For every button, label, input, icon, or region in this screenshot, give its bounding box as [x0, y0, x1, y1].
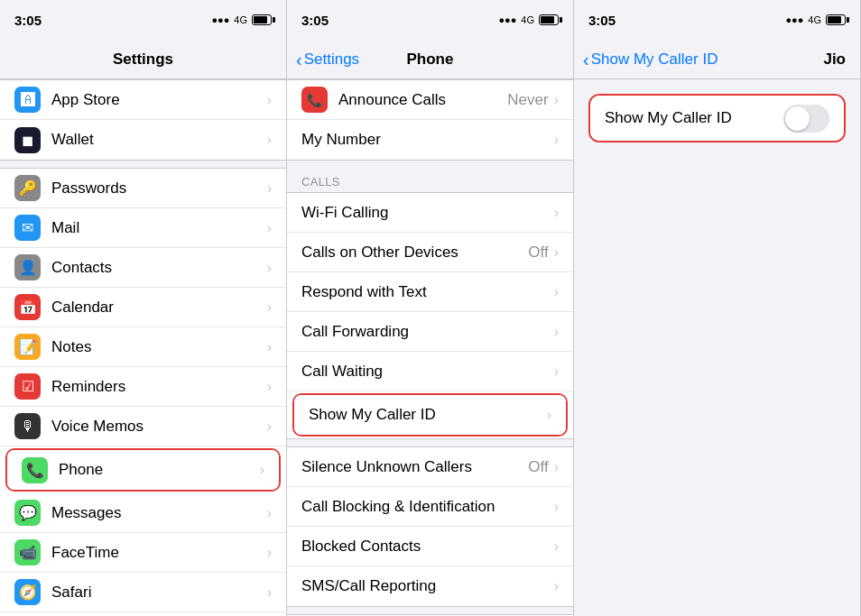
reminders-icon: ☑: [14, 373, 41, 400]
row-app-store[interactable]: 🅰 App Store ›: [0, 80, 286, 120]
row-safari[interactable]: 🧭 Safari ›: [0, 573, 286, 612]
announce-calls-chevron: ›: [554, 92, 559, 108]
back-to-phone[interactable]: ‹ Show My Caller ID: [583, 51, 718, 69]
signal-icon-3: ●●●: [785, 14, 803, 25]
back-label-3: Show My Caller ID: [591, 51, 718, 69]
battery-fill-2: [541, 16, 554, 23]
phone-scroll[interactable]: 📞 Announce Calls Never › My Number › CAL…: [287, 79, 573, 616]
back-to-settings[interactable]: ‹ Settings: [296, 51, 359, 69]
row-announce-calls[interactable]: 📞 Announce Calls Never ›: [287, 80, 573, 120]
signal-icon-2: ●●●: [498, 14, 516, 25]
messages-chevron: ›: [267, 505, 272, 521]
wallet-label: Wallet: [51, 131, 267, 149]
call-forwarding-label: Call Forwarding: [301, 323, 554, 341]
call-waiting-chevron: ›: [554, 363, 559, 380]
caller-id-scroll: Show My Caller ID: [574, 79, 860, 616]
show-caller-id-row-label: Show My Caller ID: [605, 109, 783, 127]
my-number-chevron: ›: [554, 132, 559, 148]
mail-icon: ✉: [14, 215, 41, 241]
silence-unknown-chevron: ›: [554, 459, 559, 475]
battery-icon-2: [539, 14, 559, 25]
nav-bar-caller-id: ‹ Show My Caller ID Jio: [574, 40, 860, 79]
contacts-label: Contacts: [51, 259, 267, 277]
respond-text-label: Respond with Text: [301, 283, 554, 301]
status-bar-2: 3:05 ●●● 4G: [287, 0, 573, 40]
messages-label: Messages: [51, 504, 267, 522]
row-wifi-calling[interactable]: Wi-Fi Calling ›: [287, 193, 573, 233]
row-contacts[interactable]: 👤 Contacts ›: [0, 248, 286, 288]
row-voice-memos[interactable]: 🎙 Voice Memos ›: [0, 407, 286, 446]
contacts-icon: 👤: [14, 254, 41, 280]
row-show-caller-id[interactable]: Show My Caller ID ›: [294, 395, 566, 435]
wifi-calling-label: Wi-Fi Calling: [301, 204, 554, 222]
status-icons-2: ●●● 4G: [498, 14, 559, 25]
blocked-contacts-label: Blocked Contacts: [301, 538, 554, 556]
blocked-contacts-chevron: ›: [554, 538, 559, 555]
row-facetime[interactable]: 📹 FaceTime ›: [0, 533, 286, 573]
app-store-label: App Store: [51, 91, 267, 109]
calls-section-label: CALLS: [287, 168, 573, 192]
row-notes[interactable]: 📝 Notes ›: [0, 327, 286, 367]
show-caller-id-row[interactable]: Show My Caller ID: [590, 96, 844, 141]
app-store-chevron: ›: [267, 92, 272, 108]
show-caller-id-container: Show My Caller ID: [588, 94, 846, 143]
row-wallet[interactable]: ◼ Wallet ›: [0, 120, 286, 160]
group-main-settings: 🔑 Passwords › ✉ Mail › 👤 Contacts › 📅 Ca…: [0, 168, 286, 616]
row-messages[interactable]: 💬 Messages ›: [0, 493, 286, 533]
calendar-label: Calendar: [51, 299, 267, 317]
row-respond-text[interactable]: Respond with Text ›: [287, 272, 573, 312]
row-stocks[interactable]: 📈 Stocks ›: [0, 612, 286, 616]
voice-memos-label: Voice Memos: [51, 418, 267, 436]
messages-icon: 💬: [14, 500, 41, 526]
calls-other-devices-label: Calls on Other Devices: [301, 244, 528, 262]
phone-row-highlighted-wrapper: 📞 Phone ›: [5, 448, 281, 492]
sms-reporting-chevron: ›: [554, 578, 559, 594]
row-reminders[interactable]: ☑ Reminders ›: [0, 367, 286, 407]
status-time-3: 3:05: [588, 13, 616, 28]
row-calendar[interactable]: 📅 Calendar ›: [0, 288, 286, 327]
announce-calls-value: Never: [507, 91, 548, 109]
show-caller-id-toggle-knob: [785, 106, 810, 131]
row-silence-unknown[interactable]: Silence Unknown Callers Off ›: [287, 447, 573, 487]
row-my-number[interactable]: My Number ›: [287, 120, 573, 160]
mail-chevron: ›: [267, 220, 272, 236]
status-bar-1: 3:05 ●●● 4G: [0, 0, 286, 40]
notes-chevron: ›: [267, 339, 272, 355]
row-call-waiting[interactable]: Call Waiting ›: [287, 352, 573, 391]
battery-fill-3: [828, 16, 841, 23]
sms-reporting-label: SMS/Call Reporting: [301, 577, 554, 595]
show-caller-id-toggle[interactable]: [783, 105, 829, 133]
facetime-icon: 📹: [14, 539, 41, 565]
row-calls-other-devices[interactable]: Calls on Other Devices Off ›: [287, 233, 573, 272]
safari-icon: 🧭: [14, 579, 41, 605]
row-mail[interactable]: ✉ Mail ›: [0, 208, 286, 248]
battery-icon-3: [826, 14, 846, 25]
calendar-icon: 📅: [14, 294, 41, 320]
phone-bottom-group: Silence Unknown Callers Off › Call Block…: [287, 446, 573, 607]
signal-icon-1: ●●●: [211, 14, 229, 25]
row-sms-reporting[interactable]: SMS/Call Reporting ›: [287, 566, 573, 606]
battery-icon-1: [252, 14, 272, 25]
wallet-chevron: ›: [267, 132, 272, 148]
safari-label: Safari: [51, 584, 267, 602]
wallet-icon: ◼: [14, 127, 41, 153]
row-call-blocking[interactable]: Call Blocking & Identification ›: [287, 487, 573, 527]
row-call-forwarding[interactable]: Call Forwarding ›: [287, 312, 573, 352]
settings-title: Settings: [113, 51, 173, 69]
group-app-wallet: 🅰 App Store › ◼ Wallet ›: [0, 79, 286, 161]
row-passwords[interactable]: 🔑 Passwords ›: [0, 169, 286, 208]
status-icons-1: ●●● 4G: [211, 14, 272, 25]
voice-memos-icon: 🎙: [14, 413, 41, 439]
notes-icon: 📝: [14, 334, 41, 360]
phone-settings-panel: 3:05 ●●● 4G ‹ Settings Phone 📞 Announce …: [287, 0, 574, 616]
settings-scroll[interactable]: 🅰 App Store › ◼ Wallet › 🔑 Passwords › ✉…: [0, 79, 286, 616]
nav-bar-phone: ‹ Settings Phone: [287, 40, 573, 79]
show-caller-id-highlighted-wrapper: Show My Caller ID ›: [292, 393, 568, 437]
row-phone[interactable]: 📞 Phone ›: [7, 450, 279, 490]
passwords-chevron: ›: [267, 180, 272, 197]
back-chevron-3: ‹: [583, 51, 589, 69]
phone-nav-title: Phone: [407, 51, 454, 69]
back-chevron-2: ‹: [296, 51, 302, 69]
row-blocked-contacts[interactable]: Blocked Contacts ›: [287, 527, 573, 566]
facetime-label: FaceTime: [51, 544, 267, 562]
